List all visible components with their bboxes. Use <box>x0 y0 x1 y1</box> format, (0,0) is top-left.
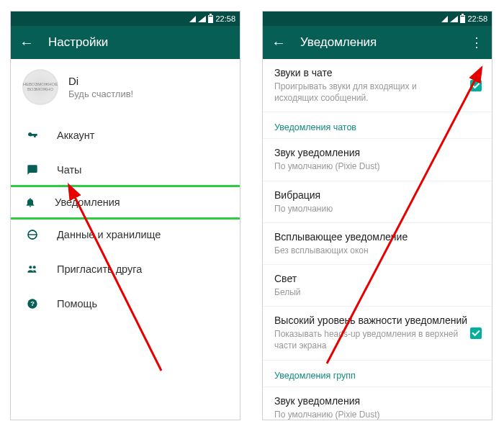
menu-chats[interactable]: Чаты <box>11 153 240 187</box>
settings-content: НЕВОЗМОЖНОЕ ВОЗМОЖНО Di Будь счастлив! А… <box>11 59 240 420</box>
wifi-icon <box>198 16 206 22</box>
back-button[interactable]: ← <box>19 35 34 50</box>
row-light[interactable]: Свет Белый <box>263 265 492 307</box>
profile-row[interactable]: НЕВОЗМОЖНОЕ ВОЗМОЖНО Di Будь счастлив! <box>11 59 240 118</box>
row-chat-sounds[interactable]: Звуки в чате Проигрывать звуки для входя… <box>263 59 492 112</box>
svg-point-1 <box>29 266 32 268</box>
wifi-icon <box>450 16 458 22</box>
row-subtitle: Проигрывать звуки для входящих и исходящ… <box>274 81 480 104</box>
svg-point-2 <box>33 266 36 268</box>
row-subtitle: По умолчанию (Pixie Dust) <box>274 409 480 420</box>
row-title: Свет <box>274 273 480 284</box>
clock: 22:58 <box>215 14 235 23</box>
avatar: НЕВОЗМОЖНОЕ ВОЗМОЖНО <box>22 69 58 105</box>
group-icon <box>25 262 40 276</box>
row-notif-sound[interactable]: Звук уведомления По умолчанию (Pixie Dus… <box>263 139 492 181</box>
menu-label: Помощь <box>57 298 97 309</box>
status-bar: 22:58 <box>11 12 240 26</box>
notifications-content: Звуки в чате Проигрывать звуки для входя… <box>263 59 492 420</box>
chat-icon <box>25 163 40 177</box>
row-popup[interactable]: Всплывающее уведомление Без всплывающих … <box>263 223 492 265</box>
row-title: Звуки в чате <box>274 67 480 78</box>
row-subtitle: Показывать heads-up уведомления в верхне… <box>274 328 480 351</box>
row-high-priority[interactable]: Высокий уровень важности уведомлений Пок… <box>263 307 492 360</box>
signal-icon <box>189 16 196 22</box>
menu-data[interactable]: Данные и хранилище <box>11 217 240 252</box>
row-subtitle: По умолчанию (Pixie Dust) <box>274 161 480 172</box>
row-group-sound[interactable]: Звук уведомления По умолчанию (Pixie Dus… <box>263 387 492 420</box>
status-bar: 22:58 <box>263 12 492 26</box>
bell-icon <box>23 195 37 209</box>
section-header-chats: Уведомления чатов <box>263 112 492 139</box>
more-icon[interactable]: ⋮ <box>470 35 483 50</box>
signal-icon <box>441 16 448 22</box>
row-title: Вибрация <box>274 189 480 201</box>
page-title: Настройки <box>48 35 231 50</box>
row-subtitle: Белый <box>274 286 480 298</box>
phone-settings: 22:58 ← Настройки НЕВОЗМОЖНОЕ ВОЗМОЖНО D… <box>10 11 240 420</box>
key-icon <box>25 128 40 143</box>
checkbox-icon[interactable] <box>470 80 482 91</box>
svg-text:?: ? <box>30 300 35 307</box>
menu-label: Чаты <box>57 164 81 176</box>
menu-help[interactable]: ? Помощь <box>11 286 240 321</box>
row-vibration[interactable]: Вибрация По умолчанию <box>263 181 492 223</box>
back-button[interactable]: ← <box>271 35 286 50</box>
menu-label: Уведомления <box>55 196 120 208</box>
checkbox-icon[interactable] <box>470 327 482 339</box>
menu-label: Пригласить друга <box>57 263 142 275</box>
menu-account[interactable]: Аккаунт <box>11 118 240 153</box>
section-header-groups: Уведомления групп <box>263 361 492 387</box>
row-subtitle: По умолчанию <box>274 203 480 214</box>
menu-label: Данные и хранилище <box>57 229 161 240</box>
app-bar: ← Настройки <box>11 26 240 59</box>
menu-invite[interactable]: Пригласить друга <box>11 252 240 286</box>
battery-icon <box>208 15 213 23</box>
profile-status: Будь счастлив! <box>68 89 133 99</box>
data-icon <box>25 227 40 242</box>
menu-notifications[interactable]: Уведомления <box>11 185 240 220</box>
help-icon: ? <box>25 297 40 311</box>
row-title: Всплывающее уведомление <box>274 231 480 243</box>
profile-name: Di <box>68 75 133 87</box>
row-title: Звук уведомления <box>274 395 480 407</box>
row-subtitle: Без всплывающих окон <box>274 245 480 256</box>
row-title: Звук уведомления <box>274 147 480 158</box>
app-bar: ← Уведомления ⋮ <box>263 26 492 59</box>
row-title: Высокий уровень важности уведомлений <box>274 315 480 326</box>
clock: 22:58 <box>467 14 487 23</box>
phone-notifications: 22:58 ← Уведомления ⋮ Звуки в чате Проиг… <box>262 11 492 420</box>
menu-label: Аккаунт <box>57 130 94 141</box>
battery-icon <box>460 15 465 23</box>
page-title: Уведомления <box>300 35 456 50</box>
